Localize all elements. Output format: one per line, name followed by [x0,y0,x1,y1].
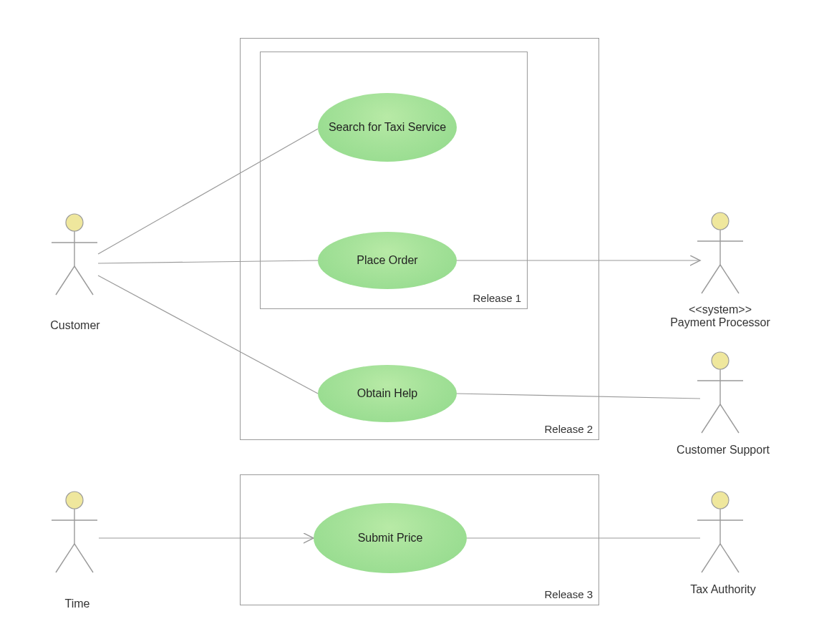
actor-payment-processor-stereotype: <<system>> [656,303,785,316]
svg-point-0 [66,214,83,231]
actor-customer-support [692,351,749,436]
actor-tax-authority-label: Tax Authority [680,583,766,596]
stickman-icon [46,490,103,576]
stickman-icon [692,211,749,297]
actor-payment-processor [692,211,749,297]
usecase-obtain-help: Obtain Help [318,365,457,422]
svg-line-4 [74,266,93,295]
svg-line-18 [56,544,74,572]
svg-point-5 [712,213,729,230]
actor-time-label: Time [49,597,106,610]
actor-payment-processor-label: <<system>> Payment Processor [656,303,785,329]
svg-line-3 [56,266,74,295]
svg-point-15 [66,492,83,509]
actor-customer [46,213,103,298]
stickman-icon [692,351,749,436]
svg-line-9 [720,265,739,293]
actor-customer-support-label: Customer Support [666,444,780,457]
release-2-label: Release 2 [544,423,593,435]
usecase-place-order: Place Order [318,232,457,289]
svg-point-10 [712,352,729,369]
usecase-obtain-help-label: Obtain Help [357,386,418,400]
actor-tax-authority [692,490,749,576]
svg-point-20 [712,492,729,509]
diagram-canvas: Release 2 Release 1 Release 3 Search for… [0,0,819,644]
usecase-submit-price: Submit Price [314,503,467,573]
actor-customer-label: Customer [39,319,111,332]
stickman-icon [692,490,749,576]
usecase-search: Search for Taxi Service [318,93,457,162]
usecase-submit-price-label: Submit Price [358,531,423,545]
actor-time [46,490,103,576]
actor-payment-processor-name: Payment Processor [656,316,785,329]
svg-line-23 [702,544,720,572]
svg-line-13 [702,404,720,433]
usecase-search-label: Search for Taxi Service [329,120,446,134]
release-3-label: Release 3 [544,588,593,600]
stickman-icon [46,213,103,298]
svg-line-8 [702,265,720,293]
svg-line-19 [74,544,93,572]
release-1-label: Release 1 [472,292,521,304]
usecase-place-order-label: Place Order [357,253,417,267]
svg-line-14 [720,404,739,433]
svg-line-24 [720,544,739,572]
